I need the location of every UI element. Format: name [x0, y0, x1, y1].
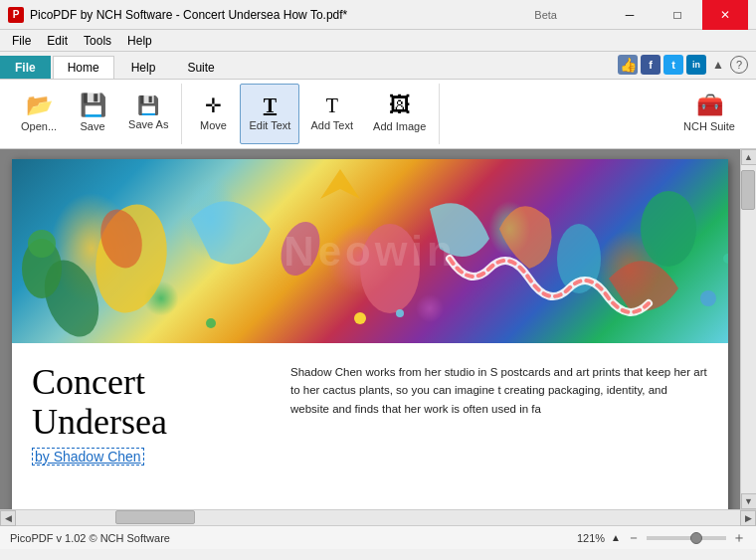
menu-bar: File Edit Tools Help — [0, 30, 756, 52]
scroll-thumb-vertical[interactable] — [741, 170, 755, 210]
scroll-down-button[interactable]: ▼ — [741, 493, 757, 509]
save-label: Save — [81, 120, 105, 133]
nch-suite-button[interactable]: 🧰 NCH Suite — [674, 84, 744, 144]
open-icon: 📂 — [26, 94, 53, 116]
ribbon-toolbar: 📂 Open... 💾 Save 💾 Save As ✛ Move T Edit… — [0, 80, 756, 149]
pdf-left-column: Concert Undersea by Shadow Chen — [32, 363, 261, 466]
twitter-icon[interactable]: t — [663, 55, 683, 75]
svg-point-8 — [396, 309, 404, 317]
ribbon-tabs-wrapper: File Home Help Suite 👍 f t in ▲ ? — [0, 52, 756, 80]
watermark: Neowin — [284, 228, 456, 276]
minimize-button[interactable]: ─ — [607, 0, 653, 30]
add-text-button[interactable]: T Add Text — [301, 84, 362, 144]
menu-tools[interactable]: Tools — [76, 32, 119, 50]
save-as-label: Save As — [128, 118, 168, 131]
save-button[interactable]: 💾 Save — [68, 84, 117, 144]
tab-help[interactable]: Help — [116, 56, 171, 79]
facebook-icon[interactable]: f — [641, 55, 661, 75]
social-icons-area: 👍 f t in ▲ ? — [618, 55, 756, 79]
save-as-icon: 💾 — [137, 96, 159, 114]
scroll-left-button[interactable]: ◀ — [0, 510, 16, 526]
ribbon-tabs: File Home Help Suite — [0, 54, 232, 79]
svg-point-13 — [28, 230, 56, 258]
linkedin-icon[interactable]: in — [686, 55, 706, 75]
zoom-out-button[interactable]: － — [627, 529, 641, 547]
thumbs-up-icon[interactable]: 👍 — [618, 55, 638, 75]
maximize-button[interactable]: □ — [655, 0, 700, 30]
scroll-right-button[interactable]: ▶ — [740, 510, 756, 526]
pdf-artwork: Neowin — [12, 159, 728, 343]
tab-file[interactable]: File — [0, 56, 51, 79]
pdf-page: Neowin Concert Undersea by Shadow Chen S… — [12, 159, 728, 509]
scroll-track-vertical[interactable] — [741, 165, 756, 493]
scroll-track-horizontal[interactable] — [16, 510, 740, 525]
main-area: Neowin Concert Undersea by Shadow Chen S… — [0, 149, 756, 509]
edit-text-label: Edit Text — [249, 119, 290, 132]
add-image-icon: 🖼 — [389, 94, 411, 116]
zoom-in-button[interactable]: ＋ — [732, 529, 746, 547]
menu-edit[interactable]: Edit — [39, 32, 76, 50]
edit-group: ✛ Move T Edit Text T Add Text 🖼 Add Imag… — [184, 84, 440, 144]
svg-point-11 — [723, 254, 728, 264]
move-button[interactable]: ✛ Move — [188, 84, 238, 144]
tab-home[interactable]: Home — [53, 56, 114, 79]
open-button[interactable]: 📂 Open... — [12, 84, 66, 144]
svg-point-10 — [700, 290, 716, 306]
svg-point-9 — [206, 318, 216, 328]
nch-group: 🧰 NCH Suite — [670, 84, 748, 144]
status-bar: PicoPDF v 1.02 © NCH Software 121% ▲ － ＋ — [0, 525, 756, 549]
pdf-right-column: Shadow Chen works from her studio in S p… — [290, 363, 708, 466]
nch-suite-label: NCH Suite — [683, 120, 735, 133]
save-as-button[interactable]: 💾 Save As — [119, 84, 177, 144]
zoom-slider[interactable] — [647, 536, 726, 540]
horizontal-scrollbar: ◀ ▶ — [0, 509, 756, 525]
add-image-button[interactable]: 🖼 Add Image — [364, 84, 435, 144]
svg-point-7 — [354, 312, 366, 324]
scroll-thumb-horizontal[interactable] — [115, 510, 195, 524]
edit-text-icon: T — [264, 95, 277, 115]
title-bar: P PicoPDF by NCH Software - Concert Unde… — [0, 0, 756, 30]
file-group: 📂 Open... 💾 Save 💾 Save As — [8, 84, 182, 144]
add-text-label: Add Text — [310, 119, 353, 132]
vertical-scrollbar: ▲ ▼ — [740, 149, 756, 509]
toolbar-spacer — [442, 84, 668, 144]
help-icon[interactable]: ? — [730, 56, 748, 74]
add-text-icon: T — [326, 95, 338, 115]
chevron-up-icon[interactable]: ▲ — [709, 58, 727, 72]
add-image-label: Add Image — [373, 120, 426, 133]
pdf-author[interactable]: by Shadow Chen — [32, 448, 144, 466]
close-button[interactable]: ✕ — [702, 0, 748, 30]
open-label: Open... — [21, 120, 57, 133]
nch-suite-icon: 🧰 — [696, 94, 723, 116]
edit-text-button[interactable]: T Edit Text — [240, 84, 299, 144]
pdf-viewer[interactable]: Neowin Concert Undersea by Shadow Chen S… — [0, 149, 740, 509]
svg-point-6 — [641, 191, 696, 267]
pdf-text-content: Concert Undersea by Shadow Chen Shadow C… — [12, 343, 728, 475]
menu-help[interactable]: Help — [119, 32, 160, 50]
tab-suite[interactable]: Suite — [172, 56, 229, 79]
scroll-up-button[interactable]: ▲ — [741, 149, 757, 165]
beta-label: Beta — [534, 9, 557, 21]
menu-file[interactable]: File — [4, 32, 39, 50]
save-icon: 💾 — [80, 94, 106, 116]
move-icon: ✛ — [205, 95, 222, 115]
pdf-title: Concert Undersea — [32, 363, 261, 442]
status-text: PicoPDF v 1.02 © NCH Software — [10, 532, 577, 544]
move-label: Move — [200, 119, 227, 132]
zoom-up-arrow[interactable]: ▲ — [611, 532, 621, 543]
window-title: PicoPDF by NCH Software - Concert Unders… — [30, 8, 534, 22]
window-controls: ─ □ ✕ — [607, 0, 748, 30]
app-icon: P — [8, 7, 24, 23]
zoom-controls: 121% ▲ － ＋ — [577, 529, 746, 547]
zoom-slider-thumb[interactable] — [690, 532, 702, 544]
zoom-level: 121% — [577, 532, 605, 544]
